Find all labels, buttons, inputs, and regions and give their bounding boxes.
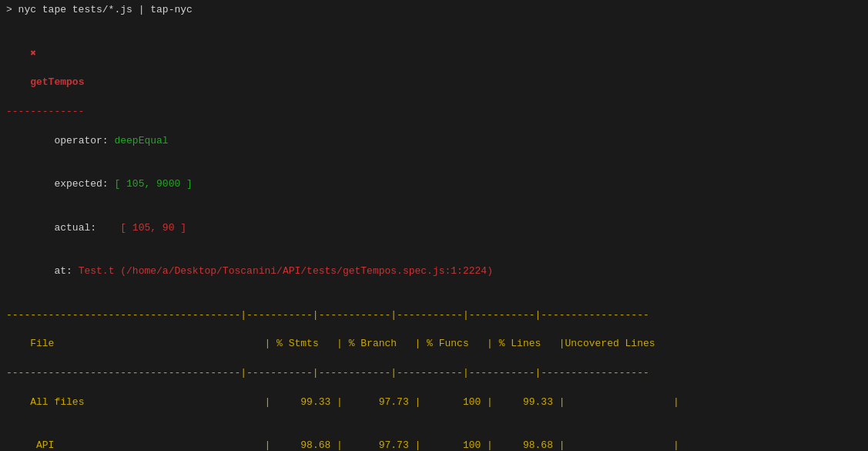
error-marker-line: ✖ getTempos	[0, 32, 868, 105]
expected-line: expected: [ 105, 9000 ]	[0, 163, 868, 207]
at-label: at:	[30, 265, 78, 277]
command-line: > nyc tape tests/*.js | tap-nyc	[0, 3, 868, 18]
table-row-allfiles: All files | 99.33 | 97.73 | 100 | 99.33 …	[0, 381, 868, 425]
blank-1	[0, 18, 868, 32]
terminal: > nyc tape tests/*.js | tap-nyc ✖ getTem…	[0, 0, 868, 451]
actual-label: actual:	[30, 222, 120, 234]
col-file-header: File | % Stmts | % Branch | % Funcs | % …	[30, 338, 673, 349]
error-marker-icon: ✖	[30, 48, 36, 59]
expected-label: expected:	[30, 178, 114, 190]
actual-value: [ 105, 90 ]	[120, 222, 186, 234]
at-value: Test.t (/home/a/Desktop/Toscanini/API/te…	[79, 265, 493, 277]
expected-value: [ 105, 9000 ]	[114, 178, 192, 190]
at-line: at: Test.t (/home/a/Desktop/Toscanini/AP…	[0, 250, 868, 294]
row-file: API | 98.68 | 97.73 | 100 | 98.68 | |	[30, 439, 679, 451]
operator-label: operator:	[30, 135, 114, 146]
error-title: getTempos	[30, 76, 84, 88]
table-top-border: ---------------------------------------|…	[0, 308, 868, 323]
actual-line: actual: [ 105, 90 ]	[0, 207, 868, 251]
error-separator: -------------	[0, 105, 868, 119]
operator-line: operator: deepEqual	[0, 119, 868, 163]
operator-value: deepEqual	[114, 135, 168, 146]
table-mid-border: ---------------------------------------|…	[0, 366, 868, 381]
table-header-row: File | % Stmts | % Branch | % Funcs | % …	[0, 323, 868, 367]
table-row-api: API | 98.68 | 97.73 | 100 | 98.68 | |	[0, 424, 868, 451]
row-file: All files | 99.33 | 97.73 | 100 | 99.33 …	[30, 396, 679, 408]
blank-2	[0, 294, 868, 308]
